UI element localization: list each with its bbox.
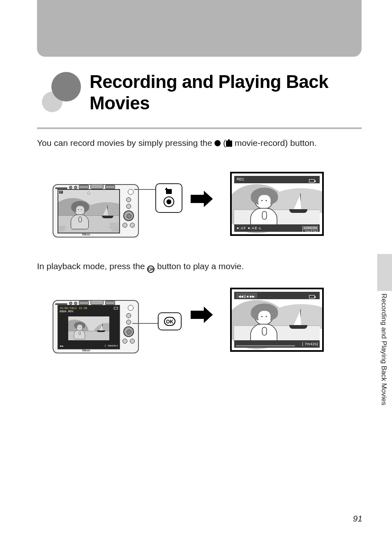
af-ae-indicator: ●:AF ●:AE-L xyxy=(237,226,262,230)
section-side-label: Recording and Playing Back Movies xyxy=(380,293,388,405)
intro-text: You can record movies by simply pressing… xyxy=(37,138,317,148)
movie-camera-icon xyxy=(226,141,232,147)
camera-button-3 xyxy=(122,223,127,228)
record-button-icon xyxy=(214,140,221,146)
page-number: 91 xyxy=(353,514,362,524)
camera-button-1 xyxy=(126,313,131,318)
capacity-info: 25m 0s 1080/30 [ 840] xyxy=(109,223,118,232)
playback-screen: ◀◀ ‖ ■ ▶▶ [ 7m42s] xyxy=(230,288,324,352)
camera-button-4 xyxy=(130,223,135,228)
camera-back-view: 15/05/2012 15:30 0004.MOV ⏯▶ [ 10m16s] xyxy=(53,300,139,353)
camera-control-panel xyxy=(122,304,136,351)
camera-button-4 xyxy=(130,339,135,344)
ok-button-callout: OK xyxy=(158,312,182,330)
battery-icon xyxy=(114,307,118,309)
af-point-icon xyxy=(87,192,90,195)
lcd-live-view: P 1/250 F5.6 25m 0s 1080/30 [ 840] xyxy=(58,190,119,233)
playback-post: button to play a movie. xyxy=(157,261,244,271)
leader-line xyxy=(134,189,156,190)
movie-camera-icon xyxy=(166,189,172,194)
camera-lcd-playback: 15/05/2012 15:30 0004.MOV ⏯▶ [ 10m16s] xyxy=(58,305,120,349)
playback-filename: 0004.MOV xyxy=(58,310,119,313)
rec-indicator: REC xyxy=(237,177,244,181)
battery-icon xyxy=(309,295,315,298)
intro-post: movie-record) button. xyxy=(232,138,316,148)
playback-text: In playback mode, press the OK button to… xyxy=(37,261,244,273)
playback-thumbnail xyxy=(68,316,109,340)
camera-brand-label: Nikon xyxy=(82,349,90,352)
recording-bottom-bar: ●:AF ●:AE-L 1080/30 [ 7m23s] xyxy=(234,224,320,232)
playback-pre: In playback mode, press the xyxy=(37,261,147,271)
camera-multi-selector xyxy=(123,210,134,221)
record-button-icon xyxy=(164,196,174,207)
title-divider xyxy=(37,127,362,129)
playback-footer: ⏯▶ [ 10m16s] xyxy=(58,344,119,348)
recording-top-bar: REC xyxy=(234,176,320,183)
figure-recording: P 1/250 F5.6 25m 0s 1080/30 [ 840] xyxy=(53,172,332,242)
playback-progress-bar xyxy=(236,345,295,346)
camera-button-2 xyxy=(126,320,131,325)
lcd-playback-view: 15/05/2012 15:30 0004.MOV ⏯▶ [ 10m16s] xyxy=(58,306,119,348)
camera-top-controls xyxy=(55,182,137,187)
camera-back-view: P 1/250 F5.6 25m 0s 1080/30 [ 840] xyxy=(53,184,139,238)
playback-date: 15/05/2012 15:30 xyxy=(58,306,119,310)
battery-icon xyxy=(309,179,315,182)
playback-footer-right: [ 10m16s] xyxy=(105,344,118,348)
playback-footer-left: ⏯▶ xyxy=(60,344,64,348)
intro-pre: You can record movies by simply pressing… xyxy=(37,138,214,148)
camera-brand-label: Nikon xyxy=(82,233,90,236)
camera-button-2 xyxy=(126,204,131,209)
playback-bottom-bar: [ 7m42s] xyxy=(234,340,320,348)
camera-button-1 xyxy=(126,197,131,202)
figure-playback: 15/05/2012 15:30 0004.MOV ⏯▶ [ 10m16s] xyxy=(53,288,332,358)
playback-top-bar: ◀◀ ‖ ■ ▶▶ xyxy=(234,292,320,299)
camera-control-panel xyxy=(122,188,136,235)
camera-record-button xyxy=(128,305,134,311)
leader-line xyxy=(132,323,158,324)
mode-indicator: P xyxy=(59,191,63,194)
camera-top-controls xyxy=(55,298,137,302)
camera-multi-selector xyxy=(123,326,134,337)
playback-controls: ◀◀ ‖ ■ ▶▶ xyxy=(236,293,257,298)
page-title: Recording and Playing Back Movies xyxy=(90,71,362,114)
section-thumb-tab xyxy=(377,254,392,291)
camera-record-button xyxy=(128,189,134,195)
camera-lcd-shooting: P 1/250 F5.6 25m 0s 1080/30 [ 840] xyxy=(58,189,120,233)
battery-icon xyxy=(114,191,118,194)
recording-time-info: 1080/30 [ 7m23s] xyxy=(302,226,318,233)
control-icons: ◀◀ ‖ ■ ▶▶ xyxy=(238,295,255,298)
intro-paren-open: ( xyxy=(223,138,226,148)
recording-screen: REC ●:AF ●:AE-L 1080/30 [ 7m23s] xyxy=(230,172,324,236)
ok-button-icon: OK xyxy=(164,317,175,326)
camera-button-3 xyxy=(122,339,127,344)
exposure-info: 1/250 F5.6 xyxy=(59,226,65,232)
record-button-callout xyxy=(155,183,182,213)
recording-elapsed: [ 7m23s] xyxy=(302,229,318,233)
bullet-circle-large xyxy=(51,72,81,102)
playback-time: [ 7m42s] xyxy=(302,342,318,346)
ok-button-icon: OK xyxy=(147,265,154,273)
header-band xyxy=(37,0,362,57)
